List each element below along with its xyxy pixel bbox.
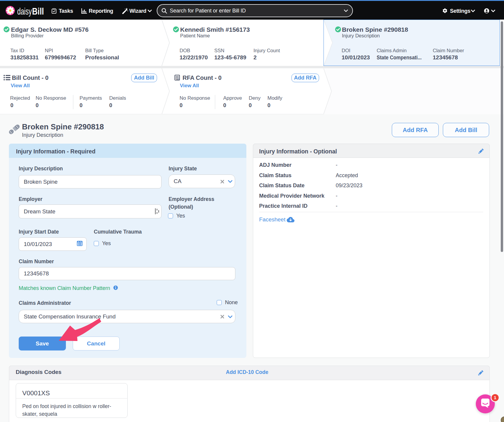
svg-text:RFA: RFA [176,79,179,80]
svg-text:Bill: Bill [32,6,44,16]
svg-text:daisy: daisy [17,6,32,17]
